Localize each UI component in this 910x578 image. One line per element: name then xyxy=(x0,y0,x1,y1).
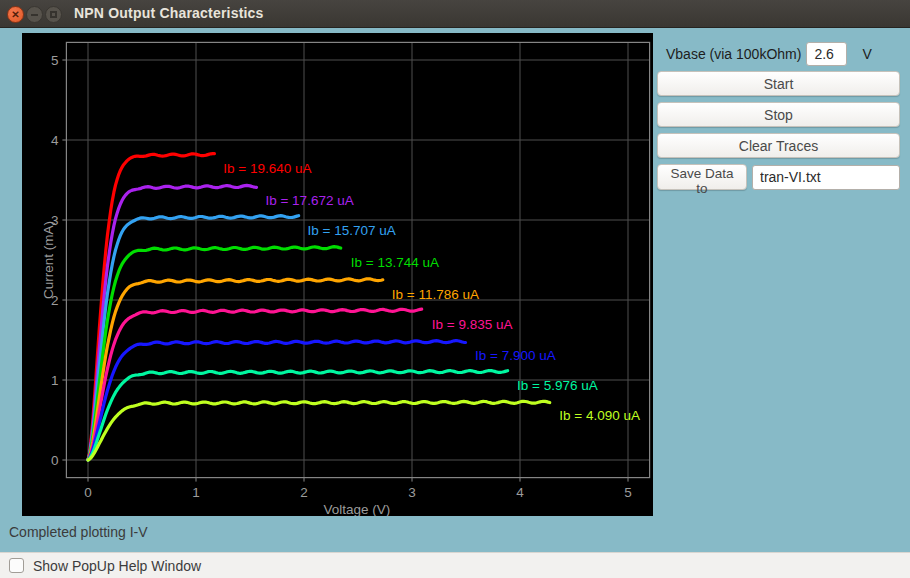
iv-curve-6 xyxy=(88,341,466,460)
curve-label-5: Ib = 9.835 uA xyxy=(432,317,513,332)
vbase-input[interactable] xyxy=(806,42,847,66)
filename-input[interactable] xyxy=(752,165,900,190)
minimize-button[interactable] xyxy=(26,6,43,23)
help-checkbox-label: Show PopUp Help Window xyxy=(33,558,201,574)
iv-curve-2 xyxy=(88,216,299,460)
x-tick-label: 3 xyxy=(408,485,416,500)
x-tick-label: 2 xyxy=(300,485,308,500)
vbase-row: Vbase (via 100kOhm) V xyxy=(657,41,903,66)
iv-curve-5 xyxy=(88,309,422,460)
curve-label-0: Ib = 19.640 uA xyxy=(223,161,311,176)
iv-curve-4 xyxy=(88,279,383,460)
maximize-icon xyxy=(50,11,57,18)
close-button[interactable]: ✕ xyxy=(7,6,24,23)
save-row: Save Data to xyxy=(657,164,903,190)
stop-button[interactable]: Stop xyxy=(657,102,900,127)
save-data-button[interactable]: Save Data to xyxy=(657,164,747,190)
iv-plot-canvas: 012345012345Voltage (V)Current (mA)Ib = … xyxy=(22,33,653,516)
y-tick-label: 5 xyxy=(51,53,59,68)
curve-label-6: Ib = 7.900 uA xyxy=(475,348,556,363)
minimize-icon xyxy=(31,14,38,16)
curve-label-4: Ib = 11.786 uA xyxy=(392,287,479,302)
x-tick-label: 1 xyxy=(192,485,200,500)
maximize-button[interactable] xyxy=(45,6,62,23)
close-icon: ✕ xyxy=(11,10,19,20)
help-checkbox[interactable] xyxy=(9,558,24,573)
curve-label-3: Ib = 13.744 uA xyxy=(351,255,439,270)
x-tick-label: 0 xyxy=(84,485,92,500)
curve-label-8: Ib = 4.090 uA xyxy=(559,408,640,423)
x-tick-label: 5 xyxy=(624,485,632,500)
curve-label-1: Ib = 17.672 uA xyxy=(265,193,353,208)
iv-curve-8 xyxy=(88,401,550,460)
y-tick-label: 0 xyxy=(51,453,59,468)
window-title: NPN Output Characteristics xyxy=(74,0,264,28)
vbase-label: Vbase (via 100kOhm) xyxy=(666,46,801,62)
y-tick-label: 4 xyxy=(51,133,59,148)
curve-label-7: Ib = 5.976 uA xyxy=(517,378,598,393)
curve-label-2: Ib = 15.707 uA xyxy=(308,223,396,238)
status-text: Completed plotting I-V xyxy=(9,524,148,540)
control-panel: Vbase (via 100kOhm) V Start Stop Clear T… xyxy=(657,41,903,190)
iv-curve-7 xyxy=(88,371,508,461)
footer-bar: Show PopUp Help Window xyxy=(0,552,910,578)
iv-plot: 012345012345Voltage (V)Current (mA)Ib = … xyxy=(22,33,653,516)
y-axis-label: Current (mA) xyxy=(41,221,56,299)
titlebar: ✕ NPN Output Characteristics xyxy=(0,0,910,28)
x-axis-label: Voltage (V) xyxy=(324,502,391,516)
start-button[interactable]: Start xyxy=(657,71,900,96)
vbase-unit-label: V xyxy=(862,46,871,62)
x-tick-label: 4 xyxy=(516,485,524,500)
clear-traces-button[interactable]: Clear Traces xyxy=(657,133,900,158)
app-window: ✕ NPN Output Characteristics 01234501234… xyxy=(0,0,910,578)
y-tick-label: 1 xyxy=(51,373,59,388)
